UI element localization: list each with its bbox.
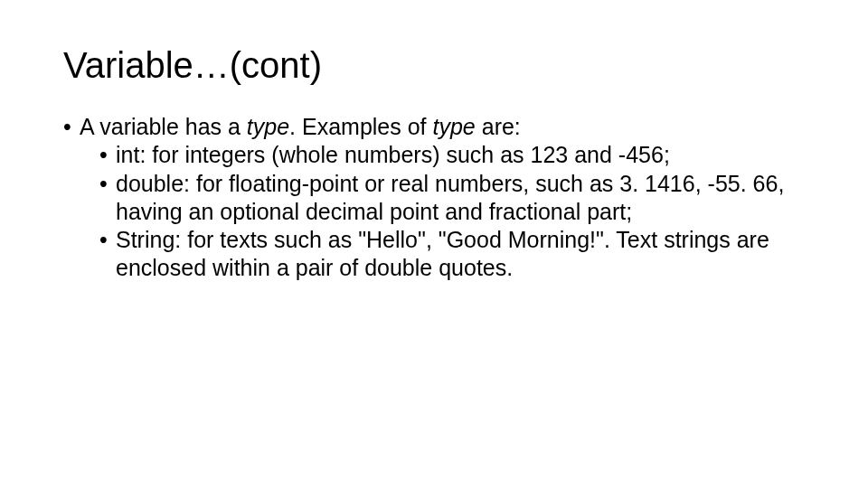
bullet-list-level2: int: for integers (whole numbers) such a…: [99, 141, 805, 282]
intro-text-post: are:: [476, 114, 521, 139]
intro-bullet: A variable has a type. Examples of type …: [63, 113, 805, 283]
intro-text-mid: . Examples of: [289, 114, 432, 139]
slide: Variable…(cont) A variable has a type. E…: [0, 0, 868, 488]
intro-em-type-2: type: [433, 114, 476, 139]
intro-em-type-1: type: [247, 114, 289, 139]
type-double-bullet: double: for floating-point or real numbe…: [99, 170, 805, 227]
bullet-list-level1: A variable has a type. Examples of type …: [63, 113, 805, 283]
intro-text-pre: A variable has a: [80, 114, 247, 139]
type-int-bullet: int: for integers (whole numbers) such a…: [99, 141, 805, 169]
slide-body: A variable has a type. Examples of type …: [63, 113, 805, 283]
type-string-bullet: String: for texts such as "Hello", "Good…: [99, 226, 805, 283]
slide-title: Variable…(cont): [63, 45, 805, 86]
